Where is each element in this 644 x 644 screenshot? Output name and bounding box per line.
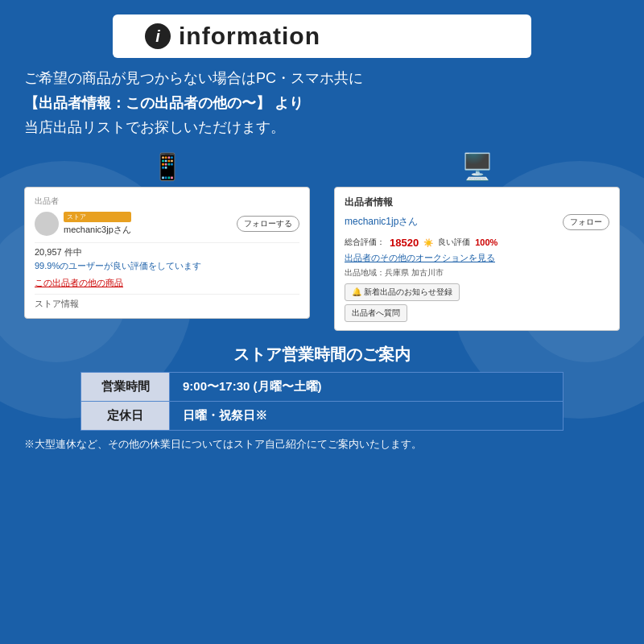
mobile-store-info: ストア情報 <box>35 298 299 310</box>
mobile-review-percent: 99.9%のユーザーが良い評価をしています <box>35 260 299 272</box>
store-badge: ストア <box>64 212 131 222</box>
info-icon: i <box>145 23 171 49</box>
mobile-seller-info: ストア mechanic3jpさん <box>64 212 131 236</box>
rating-percent: 100% <box>475 237 497 247</box>
rating-sun-icon: ☀️ <box>423 238 433 247</box>
mobile-other-link[interactable]: この出品者の他の商品 <box>35 277 299 289</box>
pc-mock-screen: 出品者情報 mechanic1jpさん フォロー 総合評価： 18520 ☀️ … <box>334 187 620 331</box>
hours-title: ストア営業時間のご案内 <box>233 344 411 365</box>
mobile-mock-screen: 出品者 ストア mechanic3jpさん フォローする 20,957 件中 9… <box>24 187 310 319</box>
hours-label-0: 営業時間 <box>81 372 170 401</box>
rating-number: 18520 <box>390 237 419 249</box>
mobile-seller-name: mechanic3jpさん <box>64 225 131 234</box>
pc-follow-button[interactable]: フォロー <box>563 214 609 230</box>
location-label: 出品地域：兵庫県 加古川市 <box>345 267 609 279</box>
question-button[interactable]: 出品者へ質問 <box>345 304 407 322</box>
description-line2: 【出品者情報：この出品者の他の〜】 より <box>24 91 620 116</box>
avatar <box>35 212 59 236</box>
hours-label-1: 定休日 <box>81 401 170 430</box>
header-box: i information <box>113 14 531 58</box>
footnote: ※大型連休など、その他の休業日についてはストア自己紹介にてご案内いたします。 <box>24 437 620 452</box>
rating-good-label: 良い評価 <box>438 237 470 248</box>
rating-row: 総合評価： 18520 ☀️ 良い評価 100% <box>345 237 609 249</box>
hours-section: ストア営業時間のご案内 営業時間 9:00〜17:30 (月曜〜土曜) 定休日 … <box>24 344 620 452</box>
hours-value-0: 9:00〜17:30 (月曜〜土曜) <box>170 372 564 401</box>
auction-link[interactable]: 出品者のその他のオークションを見る <box>345 252 609 264</box>
mobile-seller-row: ストア mechanic3jpさん フォローする <box>35 212 299 236</box>
pc-section-label: 出品者情報 <box>345 196 609 209</box>
smartphone-icon: 📱 <box>151 151 184 182</box>
pc-seller-name: mechanic1jpさん <box>345 215 418 229</box>
mobile-follow-button[interactable]: フォローする <box>237 216 299 232</box>
description-block: ご希望の商品が見つからない場合はPC・スマホ共に 【出品者情報：この出品者の他の… <box>24 66 620 140</box>
pc-col: 🖥️ 出品者情報 mechanic1jpさん フォロー 総合評価： 18520 … <box>334 151 620 331</box>
mobile-review-count: 20,957 件中 <box>35 246 299 258</box>
hours-value-1: 日曜・祝祭日※ <box>170 401 564 430</box>
mobile-section-label: 出品者 <box>35 196 299 207</box>
rating-label: 総合評価： <box>345 237 385 248</box>
computer-icon: 🖥️ <box>461 151 493 182</box>
description-line1: ご希望の商品が見つからない場合はPC・スマホ共に <box>24 66 620 91</box>
screenshots-row: 📱 出品者 ストア mechanic3jpさん フォローする 20,957 件中… <box>24 151 620 331</box>
mobile-col: 📱 出品者 ストア mechanic3jpさん フォローする 20,957 件中… <box>24 151 310 319</box>
hours-table: 営業時間 9:00〜17:30 (月曜〜土曜) 定休日 日曜・祝祭日※ <box>80 372 564 431</box>
table-row: 営業時間 9:00〜17:30 (月曜〜土曜) <box>81 372 564 401</box>
description-line3: 当店出品リストでお探しいただけます。 <box>24 115 620 140</box>
pc-seller-row: mechanic1jpさん フォロー <box>345 214 609 230</box>
notify-button[interactable]: 🔔 新着出品のお知らせ登録 <box>345 283 460 301</box>
table-row: 定休日 日曜・祝祭日※ <box>81 401 564 430</box>
page-title: information <box>179 23 320 50</box>
